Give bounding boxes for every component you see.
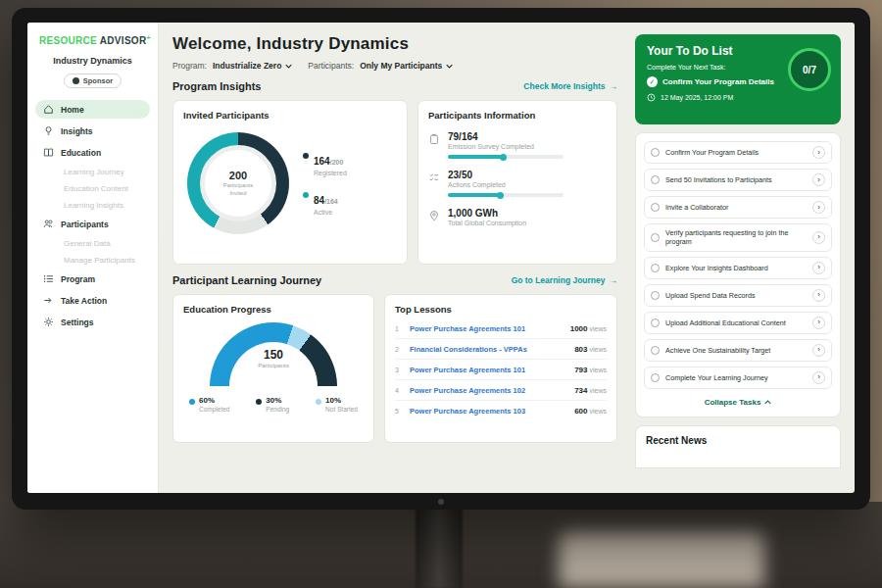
sidebar-item-manage-participants[interactable]: Manage Participants xyxy=(35,253,150,268)
sidebar-item-insights[interactable]: Insights xyxy=(35,122,150,140)
arrow-action-icon xyxy=(43,295,54,306)
education-progress-card: Education Progress 150 Participants 60 xyxy=(172,294,374,443)
task-checkbox[interactable] xyxy=(651,175,660,184)
task-chevron-icon[interactable]: › xyxy=(812,344,825,357)
sidebar-item-settings[interactable]: Settings xyxy=(35,313,150,331)
task-checkbox[interactable] xyxy=(651,233,660,242)
participants-filter-dropdown[interactable]: Only My Participants xyxy=(360,61,453,71)
sidebar-item-label: Settings xyxy=(61,318,94,327)
task-item[interactable]: Upload Spend Data Records › xyxy=(644,284,832,307)
right-panel: Your To Do List Complete Your Next Task:… xyxy=(629,23,855,493)
sidebar-item-education-content[interactable]: Education Content xyxy=(35,181,150,196)
task-chevron-icon[interactable]: › xyxy=(812,231,825,244)
legend-item-completed: 60% Completed xyxy=(189,396,229,413)
lesson-link[interactable]: Power Purchase Agreements 103 xyxy=(410,407,568,416)
task-checkbox[interactable] xyxy=(651,203,660,212)
monitor-stand xyxy=(416,508,463,588)
sidebar-item-general-data[interactable]: General Data xyxy=(35,236,150,251)
invited-donut-legend: 164/200 Registered 84/164 Active xyxy=(303,151,347,216)
legend-item-registered: 164/200 Registered xyxy=(303,151,347,176)
todo-next-task-time: 12 May 2025, 12:00 PM xyxy=(647,93,829,102)
task-item[interactable]: Send 50 Invitations to Participants › xyxy=(644,169,832,191)
program-filter-dropdown[interactable]: Industrialize Zero xyxy=(213,61,292,71)
task-chevron-icon[interactable]: › xyxy=(812,289,825,302)
page-title: Welcome, Industry Dynamics xyxy=(172,34,617,54)
task-item[interactable]: Explore Your Insights Dashboard › xyxy=(644,257,832,279)
task-checkbox[interactable] xyxy=(651,264,660,272)
sidebar-item-label: Insights xyxy=(61,126,93,136)
sidebar-item-participants[interactable]: Participants xyxy=(35,215,150,233)
task-item[interactable]: Invite a Collaborator › xyxy=(644,196,832,219)
legend-dot xyxy=(316,399,321,405)
sidebar-item-label: Participants xyxy=(61,220,109,229)
info-row-actions: 23/50 Actions Completed xyxy=(428,170,607,197)
legend-dot xyxy=(256,399,262,405)
sidebar-item-label: Take Action xyxy=(61,296,107,306)
task-checkbox[interactable] xyxy=(651,346,660,355)
top-lessons-title: Top Lessons xyxy=(395,304,607,315)
task-item[interactable]: Complete Your Learning Journey › xyxy=(644,367,832,389)
lesson-row: 3 Power Purchase Agreements 101 793views xyxy=(395,360,607,380)
sidebar-item-label: Program xyxy=(61,274,95,284)
section-title-learning-journey: Participant Learning Journey xyxy=(172,274,321,286)
go-to-learning-journey-link[interactable]: Go to Learning Journey → xyxy=(512,275,617,285)
task-item[interactable]: Confirm Your Program Details › xyxy=(644,141,832,164)
program-filter-label: Program: xyxy=(172,61,207,71)
legend-dot xyxy=(303,192,309,198)
todo-progress-ring: 0/7 xyxy=(788,48,831,91)
desk-object xyxy=(559,531,764,588)
task-chevron-icon[interactable]: › xyxy=(812,146,825,159)
sidebar-item-label: Education xyxy=(61,148,101,158)
task-chevron-icon[interactable]: › xyxy=(812,173,825,186)
task-chevron-icon[interactable]: › xyxy=(812,371,825,384)
lesson-link[interactable]: Power Purchase Agreements 101 xyxy=(410,324,564,333)
brand-logo-plus: + xyxy=(146,34,150,41)
lesson-link[interactable]: Financial Considerations - VPPAs xyxy=(410,345,568,354)
legend-item-not-started: 10% Not Started xyxy=(316,396,358,413)
task-chevron-icon[interactable]: › xyxy=(812,201,825,214)
lesson-link[interactable]: Power Purchase Agreements 102 xyxy=(410,386,568,395)
check-more-insights-link[interactable]: Check More Insights → xyxy=(523,81,617,91)
education-gauge-chart: 150 Participants xyxy=(210,322,337,387)
arrow-right-icon: → xyxy=(610,81,618,91)
invited-donut-center: 200 Participants Invited xyxy=(200,145,276,221)
task-checkbox[interactable] xyxy=(651,373,660,382)
sponsor-icon xyxy=(73,77,79,84)
collapse-tasks-link[interactable]: Collapse Tasks xyxy=(644,394,832,409)
task-chevron-icon[interactable]: › xyxy=(812,262,825,274)
home-icon xyxy=(43,104,54,115)
actions-progress-bar xyxy=(448,193,564,197)
photo-background: RESOURCE ADVISOR+ Industry Dynamics Spon… xyxy=(0,0,882,588)
info-card-title: Participants Information xyxy=(428,110,607,121)
info-row-consumption: 1,000 GWh Total Global Consumption xyxy=(428,208,607,226)
info-row-emission-survey: 79/164 Emission Survey Completed xyxy=(428,131,607,159)
sidebar-item-program[interactable]: Program xyxy=(35,270,150,288)
list-icon xyxy=(43,273,54,284)
task-checkbox[interactable] xyxy=(651,148,660,157)
task-item[interactable]: Upload Additional Educational Content › xyxy=(644,312,832,334)
lesson-link[interactable]: Power Purchase Agreements 101 xyxy=(410,366,568,374)
lesson-row: 5 Power Purchase Agreements 103 600views xyxy=(395,401,607,420)
arrow-right-icon: → xyxy=(610,275,618,285)
task-checkbox[interactable] xyxy=(651,318,660,327)
checklist-icon xyxy=(428,172,440,183)
legend-item-active: 84/164 Active xyxy=(303,190,347,216)
brand-logo-primary: RESOURCE xyxy=(39,35,97,46)
task-item[interactable]: Verify participants requesting to join t… xyxy=(644,223,832,252)
sidebar-item-learning-journey[interactable]: Learning Journey xyxy=(35,165,150,179)
task-checkbox[interactable] xyxy=(651,291,660,300)
todo-next-task[interactable]: ✓ Confirm Your Program Details xyxy=(647,76,786,87)
sidebar-item-take-action[interactable]: Take Action xyxy=(35,291,150,310)
section-title-program-insights: Program Insights xyxy=(172,80,261,92)
legend-item-pending: 30% Pending xyxy=(256,396,289,413)
task-chevron-icon[interactable]: › xyxy=(812,317,825,329)
chevron-up-icon xyxy=(764,400,771,405)
todo-card: Your To Do List Complete Your Next Task:… xyxy=(635,34,841,124)
book-icon xyxy=(43,147,54,158)
top-lessons-card: Top Lessons 1 Power Purchase Agreements … xyxy=(384,294,617,443)
participants-filter-label: Participants: xyxy=(308,61,354,71)
sidebar-item-home[interactable]: Home xyxy=(35,100,150,119)
sidebar-item-learning-insights[interactable]: Learning Insights xyxy=(35,198,150,213)
task-item[interactable]: Achieve One Sustainability Target › xyxy=(644,339,832,362)
sidebar-item-education[interactable]: Education xyxy=(35,143,150,162)
